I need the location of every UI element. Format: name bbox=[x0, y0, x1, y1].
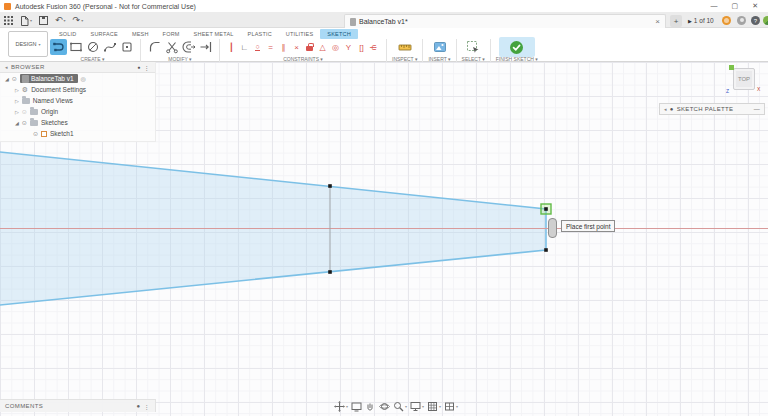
fix-unfix-constraint-icon[interactable] bbox=[303, 39, 316, 55]
root-item-badge-icon[interactable]: ◎ bbox=[81, 75, 86, 82]
file-menu-icon[interactable]: ▾ bbox=[20, 16, 32, 26]
visibility-eye-icon[interactable]: ⊙ bbox=[22, 119, 27, 126]
browser-item-sketch1[interactable]: ⊙ Sketch1 bbox=[0, 128, 155, 139]
line-tool-icon[interactable] bbox=[50, 39, 67, 55]
visibility-eye-icon[interactable]: ⊙ bbox=[12, 75, 17, 82]
orbit-icon[interactable] bbox=[379, 401, 390, 412]
group-inspect: INSPECT ▾ bbox=[390, 39, 419, 62]
redo-icon[interactable]: ↷ ▾ bbox=[73, 16, 84, 25]
extend-tool-icon[interactable] bbox=[197, 39, 214, 55]
horizontal-vertical-constraint-icon[interactable]: ┃ bbox=[225, 39, 238, 55]
new-tab-button[interactable]: + bbox=[670, 15, 682, 27]
midpoint-constraint-icon[interactable]: Y bbox=[342, 39, 355, 55]
group-constraints: ┃ ∟ ○ = ∥ × △ ◎ Y [] ψ CONSTRAINTS ▾ bbox=[223, 39, 383, 62]
close-button[interactable]: ✕ bbox=[752, 2, 758, 10]
measure-tool-icon[interactable] bbox=[396, 39, 413, 55]
viewports-icon[interactable]: ▾ bbox=[444, 401, 458, 412]
insert-image-icon[interactable] bbox=[431, 39, 448, 55]
fillet-tool-icon[interactable] bbox=[146, 39, 163, 55]
circle-tool-icon[interactable] bbox=[84, 39, 101, 55]
job-status-icon: ▶ bbox=[688, 18, 692, 24]
rectangle-tool-icon[interactable] bbox=[67, 39, 84, 55]
collapse-panel-icon[interactable]: ◂ bbox=[5, 64, 8, 70]
smooth-constraint-icon[interactable]: △ bbox=[316, 39, 329, 55]
equal-constraint-icon[interactable]: = bbox=[264, 39, 277, 55]
collapse-panel-icon[interactable]: ◂ bbox=[664, 106, 667, 112]
item-label: Sketch1 bbox=[50, 130, 74, 137]
browser-title: BROWSER bbox=[11, 64, 45, 70]
expand-icon[interactable]: ▷ bbox=[15, 109, 19, 115]
tab-solid[interactable]: SOLID bbox=[52, 29, 84, 39]
expand-icon[interactable]: ◢ bbox=[5, 76, 9, 82]
expand-icon[interactable]: ▷ bbox=[15, 98, 19, 104]
panel-dot-icon[interactable]: ● bbox=[137, 403, 141, 409]
tab-form[interactable]: FORM bbox=[156, 29, 187, 39]
offset-tool-icon[interactable] bbox=[180, 39, 197, 55]
tab-sketch[interactable]: SKETCH bbox=[320, 29, 358, 39]
expand-icon[interactable]: ▷ bbox=[15, 87, 19, 93]
symmetry-constraint-icon[interactable]: [] bbox=[355, 39, 368, 55]
app-toolbar: ▾ ↶ ▾ ↷ ▾ BalanceTab v1* × + ▶ 1 of 10 ? bbox=[0, 13, 768, 28]
parallel-constraint-icon[interactable]: ∥ bbox=[277, 39, 290, 55]
save-icon[interactable] bbox=[39, 16, 48, 25]
panel-dot-icon[interactable]: ● bbox=[137, 64, 140, 70]
pan-icon[interactable] bbox=[365, 401, 376, 412]
minimize-panel-icon[interactable]: — bbox=[754, 106, 760, 112]
browser-item-origin[interactable]: ▷ ⊙ Origin bbox=[0, 106, 155, 117]
fit-view-icon[interactable] bbox=[351, 401, 362, 412]
document-tab[interactable]: BalanceTab v1* × bbox=[344, 14, 666, 28]
browser-item-document-settings[interactable]: ▷ ⚙ Document Settings bbox=[0, 84, 155, 95]
spline-tool-icon[interactable] bbox=[101, 39, 118, 55]
job-status[interactable]: ▶ 1 of 10 bbox=[688, 13, 714, 28]
window-controls: — ▢ ✕ bbox=[711, 2, 768, 10]
select-tool-icon[interactable] bbox=[465, 39, 482, 55]
workspace-selector[interactable]: DESIGN ▾ bbox=[8, 31, 48, 57]
tab-plastic[interactable]: PLASTIC bbox=[241, 29, 279, 39]
viewcube[interactable]: TOP bbox=[733, 68, 755, 90]
undo-icon[interactable]: ↶ ▾ bbox=[55, 16, 66, 25]
notifications-icon[interactable] bbox=[737, 16, 746, 25]
item-label: Named Views bbox=[33, 97, 73, 104]
curvature-constraint-icon[interactable]: ψ bbox=[368, 39, 381, 55]
dropdown-caret-icon: ▾ bbox=[422, 404, 424, 409]
job-queue-icon[interactable] bbox=[722, 16, 731, 25]
comments-panel[interactable]: COMMENTS ● ⋮ bbox=[0, 399, 156, 412]
browser-item-sketches[interactable]: ◢ ⊙ Sketches bbox=[0, 117, 155, 128]
modeling-canvas[interactable]: Place first point ◂ BROWSER ● ⋮ ◢ ⊙ Bala… bbox=[0, 62, 768, 416]
browser-item-root[interactable]: ◢ ⊙ BalanceTab v1 ◎ bbox=[0, 73, 155, 84]
coincident-constraint-icon[interactable]: ∟ bbox=[238, 39, 251, 55]
document-icon bbox=[350, 18, 356, 26]
tangent-constraint-icon[interactable]: ○ bbox=[251, 39, 264, 55]
group-finish-sketch: FINISH SKETCH ▾ bbox=[494, 39, 540, 62]
selected-root-item[interactable]: BalanceTab v1 bbox=[20, 74, 78, 83]
tab-sheet-metal[interactable]: SHEET METAL bbox=[187, 29, 241, 39]
finish-sketch-button[interactable] bbox=[499, 37, 535, 57]
zoom-icon[interactable]: ▾ bbox=[393, 401, 407, 412]
sketch-palette-title: SKETCH PALETTE bbox=[677, 106, 733, 112]
visibility-eye-icon[interactable]: ⊙ bbox=[22, 108, 27, 115]
user-avatar[interactable] bbox=[763, 16, 768, 25]
visibility-eye-icon[interactable]: ⊙ bbox=[33, 130, 38, 137]
tab-utilities[interactable]: UTILITIES bbox=[279, 29, 320, 39]
minimize-button[interactable]: — bbox=[711, 2, 718, 10]
concentric-constraint-icon[interactable]: ◎ bbox=[329, 39, 342, 55]
viewcube-x-axis-label: X bbox=[757, 86, 760, 92]
maximize-button[interactable]: ▢ bbox=[732, 2, 739, 10]
sketch-palette-panel[interactable]: ◂ ● SKETCH PALETTE — bbox=[659, 103, 765, 115]
tab-surface[interactable]: SURFACE bbox=[84, 29, 125, 39]
display-settings-icon[interactable]: ▾ bbox=[410, 401, 424, 412]
pan-orbit-icon[interactable]: ▾ bbox=[334, 401, 348, 412]
document-tab-close-icon[interactable]: × bbox=[655, 17, 660, 26]
trim-tool-icon[interactable] bbox=[163, 39, 180, 55]
app-grid-icon[interactable] bbox=[4, 16, 13, 25]
panel-menu-icon[interactable]: ⋮ bbox=[144, 64, 150, 71]
perpendicular-constraint-icon[interactable]: × bbox=[290, 39, 303, 55]
browser-item-named-views[interactable]: ▷ Named Views bbox=[0, 95, 155, 106]
browser-header[interactable]: ◂ BROWSER ● ⋮ bbox=[0, 62, 155, 73]
help-icon[interactable]: ? bbox=[751, 16, 760, 25]
tab-mesh[interactable]: MESH bbox=[125, 29, 156, 39]
expand-icon[interactable]: ◢ bbox=[15, 120, 19, 126]
grid-snaps-icon[interactable]: ▾ bbox=[427, 401, 441, 412]
panel-menu-icon[interactable]: ⋮ bbox=[144, 403, 150, 410]
point-tool-icon[interactable] bbox=[118, 39, 135, 55]
